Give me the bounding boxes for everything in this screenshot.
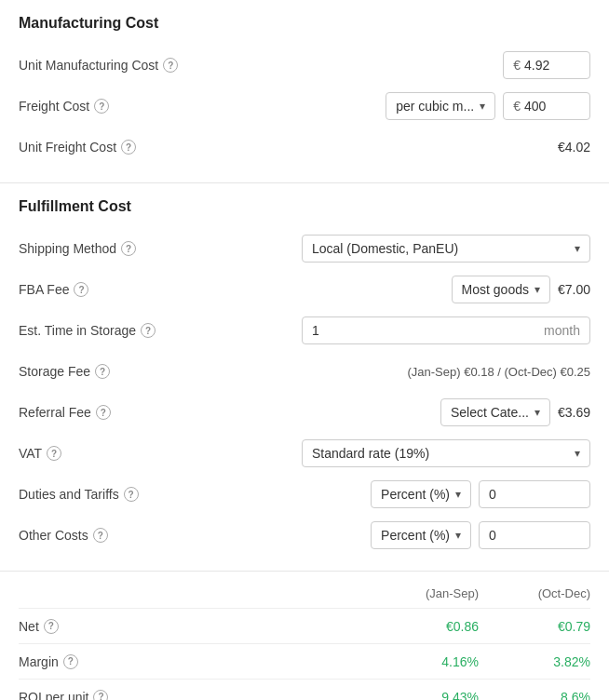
- other-costs-dropdown[interactable]: Percent (%) ▾: [371, 521, 471, 549]
- freight-controls: per cubic m... ▾ €: [223, 92, 590, 120]
- summary-col1-header: (Jan-Sep): [367, 586, 479, 600]
- referral-chevron-icon: ▾: [535, 406, 540, 419]
- shipping-method-row: Shipping Method ? Local (Domestic, PanEU…: [19, 228, 590, 269]
- unit-freight-help-icon[interactable]: ?: [121, 140, 136, 155]
- manufacturing-title: Manufacturing Cost: [19, 15, 590, 32]
- fba-fee-label: FBA Fee ?: [19, 282, 223, 297]
- shipping-method-controls: Local (Domestic, PanEU) ▾: [223, 235, 590, 262]
- shipping-method-help-icon[interactable]: ?: [121, 241, 136, 256]
- fba-fee-row: FBA Fee ? Most goods ▾ €7.00: [19, 269, 590, 310]
- referral-fee-value: €3.69: [558, 405, 590, 420]
- other-costs-input[interactable]: [489, 528, 580, 543]
- referral-fee-row: Referral Fee ? Select Cate... ▾ €3.69: [19, 392, 590, 433]
- unit-cost-currency: €: [513, 58, 521, 73]
- unit-manufacturing-help-icon[interactable]: ?: [163, 58, 178, 73]
- manufacturing-section: Manufacturing Cost Unit Manufacturing Co…: [0, 0, 609, 182]
- freight-dropdown[interactable]: per cubic m... ▾: [386, 92, 495, 120]
- net-row: Net ? €0.86 €0.79: [19, 608, 590, 643]
- storage-fee-label: Storage Fee ?: [19, 364, 223, 379]
- duties-chevron-icon: ▾: [455, 488, 461, 501]
- duties-tariffs-label: Duties and Tariffs ?: [19, 487, 223, 502]
- net-jan-sep-value: €0.86: [367, 619, 479, 634]
- net-oct-dec-value: €0.79: [479, 619, 590, 634]
- margin-help-icon[interactable]: ?: [63, 654, 78, 669]
- duties-controls: Percent (%) ▾: [223, 480, 590, 508]
- unit-manufacturing-cost-input-box: €: [503, 51, 590, 79]
- net-help-icon[interactable]: ?: [44, 619, 59, 634]
- fulfillment-title: Fulfillment Cost: [19, 198, 590, 215]
- month-label: month: [544, 323, 580, 338]
- vat-chevron-icon: ▾: [575, 447, 580, 460]
- unit-freight-cost-row: Unit Freight Cost ? €4.02: [19, 127, 590, 168]
- referral-fee-dropdown[interactable]: Select Cate... ▾: [440, 398, 550, 426]
- other-costs-input-box: [479, 521, 590, 549]
- other-costs-label: Other Costs ?: [19, 528, 223, 543]
- storage-fee-text: (Jan-Sep) €0.18 / (Oct-Dec) €0.25: [407, 365, 590, 379]
- fba-fee-dropdown[interactable]: Most goods ▾: [452, 276, 550, 303]
- vat-row: VAT ? Standard rate (19%) ▾: [19, 433, 590, 474]
- vat-dropdown[interactable]: Standard rate (19%) ▾: [302, 439, 590, 467]
- other-costs-controls: Percent (%) ▾: [223, 521, 590, 549]
- roi-row: ROI per unit ? 9.43% 8.6%: [19, 679, 590, 700]
- storage-fee-row: Storage Fee ? (Jan-Sep) €0.18 / (Oct-Dec…: [19, 351, 590, 392]
- duties-dropdown[interactable]: Percent (%) ▾: [371, 480, 471, 508]
- duties-input[interactable]: [489, 487, 580, 502]
- roi-help-icon[interactable]: ?: [93, 690, 108, 701]
- shipping-method-label: Shipping Method ?: [19, 241, 223, 256]
- vat-controls: Standard rate (19%) ▾: [223, 439, 590, 467]
- fba-fee-value: €7.00: [558, 282, 590, 297]
- storage-fee-controls: (Jan-Sep) €0.18 / (Oct-Dec) €0.25: [223, 365, 590, 379]
- est-time-help-icon[interactable]: ?: [141, 323, 156, 338]
- fba-fee-controls: Most goods ▾ €7.00: [223, 276, 590, 303]
- fba-chevron-icon: ▾: [535, 283, 540, 296]
- referral-fee-help-icon[interactable]: ?: [96, 405, 111, 420]
- margin-row: Margin ? 4.16% 3.82%: [19, 643, 590, 679]
- fulfillment-section: Fulfillment Cost Shipping Method ? Local…: [0, 183, 609, 571]
- margin-oct-dec-value: 3.82%: [479, 654, 590, 669]
- duties-input-box: [479, 480, 590, 508]
- referral-fee-label: Referral Fee ?: [19, 405, 223, 420]
- est-time-input-box: month: [302, 316, 590, 344]
- est-time-storage-label: Est. Time in Storage ?: [19, 323, 223, 338]
- vat-help-icon[interactable]: ?: [47, 446, 61, 461]
- unit-manufacturing-cost-input[interactable]: [524, 58, 580, 73]
- roi-jan-sep-value: 9.43%: [367, 690, 479, 701]
- unit-manufacturing-cost-label: Unit Manufacturing Cost ?: [19, 58, 223, 73]
- shipping-chevron-icon: ▾: [575, 242, 580, 255]
- freight-amount-input-box: €: [503, 92, 590, 120]
- est-time-controls: month: [223, 316, 590, 344]
- duties-tariffs-row: Duties and Tariffs ? Percent (%) ▾: [19, 474, 590, 515]
- shipping-method-dropdown[interactable]: Local (Domestic, PanEU) ▾: [302, 235, 590, 262]
- unit-manufacturing-controls: €: [223, 51, 590, 79]
- margin-jan-sep-value: 4.16%: [367, 654, 479, 669]
- net-label: Net ?: [19, 619, 367, 634]
- other-costs-row: Other Costs ? Percent (%) ▾: [19, 515, 590, 556]
- unit-freight-static-value: €4.02: [558, 140, 590, 155]
- storage-fee-help-icon[interactable]: ?: [95, 364, 110, 379]
- other-costs-chevron-icon: ▾: [455, 529, 461, 542]
- freight-currency: €: [513, 99, 521, 114]
- summary-col2-header: (Oct-Dec): [479, 586, 590, 600]
- freight-help-icon[interactable]: ?: [94, 99, 109, 114]
- roi-oct-dec-value: 8.6%: [479, 690, 590, 701]
- est-time-storage-row: Est. Time in Storage ? month: [19, 310, 590, 351]
- other-costs-help-icon[interactable]: ?: [93, 528, 108, 543]
- duties-help-icon[interactable]: ?: [124, 487, 139, 502]
- est-time-input[interactable]: [312, 323, 349, 338]
- margin-label: Margin ?: [19, 654, 367, 669]
- summary-section: (Jan-Sep) (Oct-Dec) Net ? €0.86 €0.79 Ma…: [0, 572, 609, 700]
- vat-label: VAT ?: [19, 446, 223, 461]
- freight-cost-label: Freight Cost ?: [19, 99, 223, 114]
- referral-fee-controls: Select Cate... ▾ €3.69: [223, 398, 590, 426]
- unit-manufacturing-cost-row: Unit Manufacturing Cost ? €: [19, 45, 590, 86]
- summary-header-row: (Jan-Sep) (Oct-Dec): [19, 586, 590, 600]
- freight-amount-input[interactable]: [524, 99, 580, 114]
- fba-fee-help-icon[interactable]: ?: [74, 282, 88, 297]
- freight-chevron-icon: ▾: [480, 100, 485, 113]
- freight-cost-row: Freight Cost ? per cubic m... ▾ €: [19, 86, 590, 127]
- roi-label: ROI per unit ?: [19, 690, 367, 701]
- unit-freight-value: €4.02: [223, 140, 590, 155]
- unit-freight-cost-label: Unit Freight Cost ?: [19, 140, 223, 155]
